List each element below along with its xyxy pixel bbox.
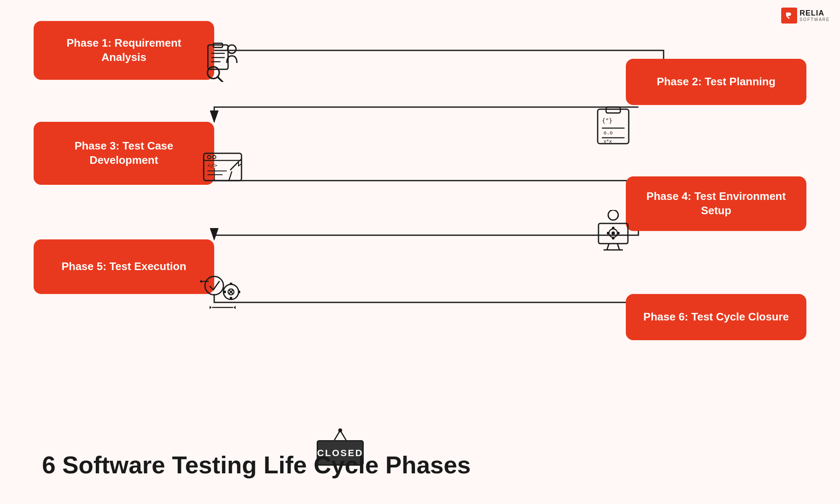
svg-rect-36 bbox=[617, 232, 620, 234]
phase2-box: Phase 2: Test Planning bbox=[626, 59, 806, 105]
test-case-dev-icon: </> bbox=[202, 151, 244, 189]
svg-rect-10 bbox=[606, 107, 620, 113]
phase5-box: Phase 5: Test Execution bbox=[34, 239, 214, 294]
svg-text:{"}: {"} bbox=[602, 117, 612, 124]
execution-icon bbox=[200, 269, 246, 311]
svg-point-19 bbox=[213, 155, 216, 159]
svg-rect-35 bbox=[607, 232, 609, 234]
env-setup-icon bbox=[594, 210, 632, 252]
svg-line-23 bbox=[230, 162, 239, 170]
phase2-label: Phase 2: Test Planning bbox=[657, 75, 776, 89]
phase4-label: Phase 4: Test Environment Setup bbox=[638, 189, 795, 218]
relia-logo-mark bbox=[785, 11, 794, 20]
test-env-icon bbox=[594, 210, 632, 252]
svg-line-8 bbox=[218, 77, 223, 82]
svg-marker-50 bbox=[234, 306, 236, 309]
svg-point-32 bbox=[612, 231, 615, 235]
svg-point-53 bbox=[338, 428, 342, 432]
svg-text:</>: </> bbox=[207, 162, 218, 168]
phase6-label: Phase 6: Test Cycle Closure bbox=[643, 310, 789, 324]
svg-line-25 bbox=[229, 171, 232, 181]
svg-point-39 bbox=[205, 276, 223, 295]
svg-marker-49 bbox=[210, 306, 212, 309]
svg-rect-47 bbox=[238, 291, 240, 293]
svg-rect-46 bbox=[224, 291, 226, 293]
svg-rect-34 bbox=[612, 237, 614, 239]
logo-subtitle: SOFTWARE bbox=[800, 17, 830, 22]
phase1-label: Phase 1: Requirement Analysis bbox=[45, 36, 202, 65]
phase1-box: Phase 1: Requirement Analysis bbox=[34, 21, 214, 80]
phase6-box: Phase 6: Test Cycle Closure bbox=[626, 294, 806, 340]
phase3-box: Phase 3: Test Case Development bbox=[34, 122, 214, 185]
svg-rect-44 bbox=[230, 283, 232, 285]
logo-icon bbox=[781, 8, 797, 24]
req-analysis-icon bbox=[202, 40, 244, 82]
main-title: 6 Software Testing Life Cycle Phases bbox=[42, 451, 471, 479]
phase4-box: Phase 4: Test Environment Setup bbox=[626, 176, 806, 231]
logo-brand: RELIA bbox=[800, 9, 830, 18]
test-exec-icon bbox=[200, 269, 246, 311]
svg-text:o.o: o.o bbox=[604, 130, 613, 136]
phase5-label: Phase 5: Test Execution bbox=[61, 260, 186, 274]
svg-marker-38 bbox=[200, 280, 202, 283]
svg-point-30 bbox=[608, 210, 618, 220]
requirement-icon bbox=[202, 40, 244, 82]
svg-rect-45 bbox=[230, 297, 232, 299]
title-text: 6 Software Testing Life Cycle Phases bbox=[42, 451, 471, 478]
page-container: RELIA SOFTWARE Phase 1: Requirement Anal… bbox=[0, 0, 840, 504]
test-dev-icon: </> bbox=[202, 151, 244, 189]
svg-rect-9 bbox=[598, 109, 629, 144]
svg-point-18 bbox=[207, 155, 211, 159]
svg-line-28 bbox=[617, 244, 620, 250]
svg-text:x*x: x*x bbox=[604, 139, 612, 144]
svg-line-27 bbox=[607, 244, 609, 250]
logo: RELIA SOFTWARE bbox=[781, 8, 830, 24]
logo-text: RELIA SOFTWARE bbox=[800, 9, 830, 22]
test-plan-icon: {"} o.o x*x bbox=[594, 105, 632, 147]
test-planning-icon: {"} o.o x*x bbox=[594, 105, 632, 147]
svg-rect-33 bbox=[612, 227, 614, 229]
svg-point-1 bbox=[228, 45, 236, 53]
phase3-label: Phase 3: Test Case Development bbox=[45, 139, 202, 168]
